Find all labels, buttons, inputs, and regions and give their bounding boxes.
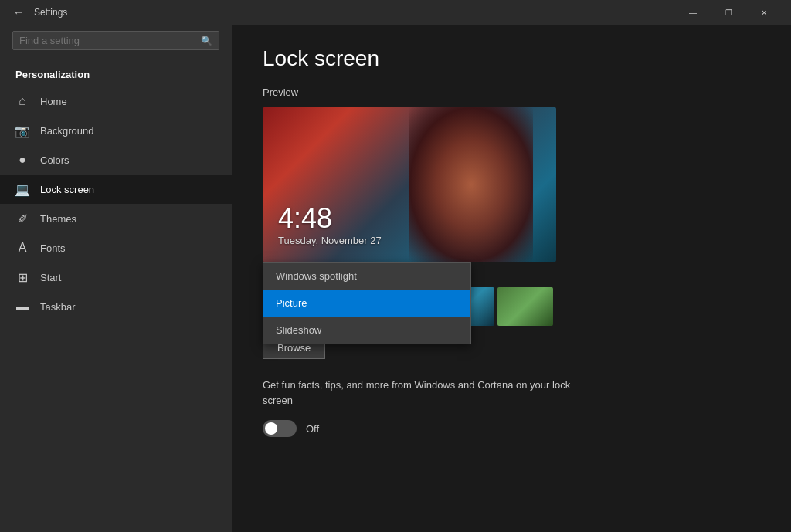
toggle-label: Off <box>306 423 319 435</box>
cortana-toggle[interactable] <box>263 420 297 437</box>
app-body: 🔍 Personalization ⌂ Home 📷 Background ● … <box>0 25 791 532</box>
preview-container: 4:48 Tuesday, November 27 Windows spotli… <box>263 107 556 262</box>
search-box[interactable]: 🔍 <box>12 31 219 50</box>
picture-thumb-5[interactable] <box>497 287 553 326</box>
dropdown-option-picture[interactable]: Picture <box>263 290 470 317</box>
page-title: Lock screen <box>263 46 760 71</box>
toggle-knob <box>265 422 277 435</box>
preview-label: Preview <box>263 86 760 98</box>
preview-date: Tuesday, November 27 <box>278 235 382 246</box>
dropdown-menu: Windows spotlight Picture Slideshow <box>263 262 471 344</box>
app-title: Settings <box>34 7 675 18</box>
preview-time: 4:48 <box>278 202 382 235</box>
sidebar-item-colors[interactable]: ● Colors <box>0 145 232 175</box>
preview-overlay: 4:48 Tuesday, November 27 <box>278 202 382 246</box>
start-icon: ⊞ <box>15 270 29 284</box>
close-button[interactable]: ✕ <box>746 0 782 25</box>
content-area: Lock screen Preview 4:48 Tuesday, Novemb… <box>232 25 791 532</box>
sidebar-item-lockscreen[interactable]: 💻 Lock screen <box>0 175 232 204</box>
window-controls: — ❐ ✕ <box>675 0 782 25</box>
sidebar-item-themes[interactable]: ✐ Themes <box>0 204 232 233</box>
sidebar-item-label: Taskbar <box>40 301 76 313</box>
sidebar-item-label: Fonts <box>40 242 66 254</box>
themes-icon: ✐ <box>15 212 29 225</box>
search-input[interactable] <box>19 35 201 46</box>
portrait-figure <box>409 107 533 262</box>
sidebar-item-background[interactable]: 📷 Background <box>0 116 232 145</box>
dropdown-option-spotlight[interactable]: Windows spotlight <box>263 263 470 290</box>
sidebar-item-label: Colors <box>40 154 70 166</box>
sidebar-item-start[interactable]: ⊞ Start <box>0 263 232 292</box>
sidebar-item-label: Home <box>40 96 67 107</box>
sidebar-item-home[interactable]: ⌂ Home <box>0 86 232 116</box>
back-button[interactable]: ← <box>9 3 28 22</box>
titlebar: ← Settings — ❐ ✕ <box>0 0 791 25</box>
sidebar-item-taskbar[interactable]: ▬ Taskbar <box>0 292 232 321</box>
sidebar-item-label: Background <box>40 125 93 137</box>
colors-icon: ● <box>15 153 29 167</box>
section-heading: Personalization <box>0 56 232 86</box>
lockscreen-icon: 💻 <box>15 182 29 196</box>
fonts-icon: A <box>15 241 29 255</box>
minimize-button[interactable]: — <box>675 0 711 25</box>
home-icon: ⌂ <box>15 94 29 108</box>
dropdown-option-slideshow[interactable]: Slideshow <box>263 317 470 344</box>
preview-image: 4:48 Tuesday, November 27 <box>263 107 556 262</box>
taskbar-icon: ▬ <box>15 300 29 313</box>
maximize-button[interactable]: ❐ <box>711 0 746 25</box>
toggle-row: Off <box>263 420 760 437</box>
background-icon: 📷 <box>15 124 29 137</box>
info-text: Get fun facts, tips, and more from Windo… <box>263 378 587 408</box>
sidebar-item-label: Start <box>40 272 61 283</box>
sidebar: 🔍 Personalization ⌂ Home 📷 Background ● … <box>0 25 232 532</box>
sidebar-item-fonts[interactable]: A Fonts <box>0 233 232 263</box>
sidebar-item-label: Lock screen <box>40 184 94 195</box>
sidebar-item-label: Themes <box>40 213 76 225</box>
search-icon: 🔍 <box>201 36 212 46</box>
